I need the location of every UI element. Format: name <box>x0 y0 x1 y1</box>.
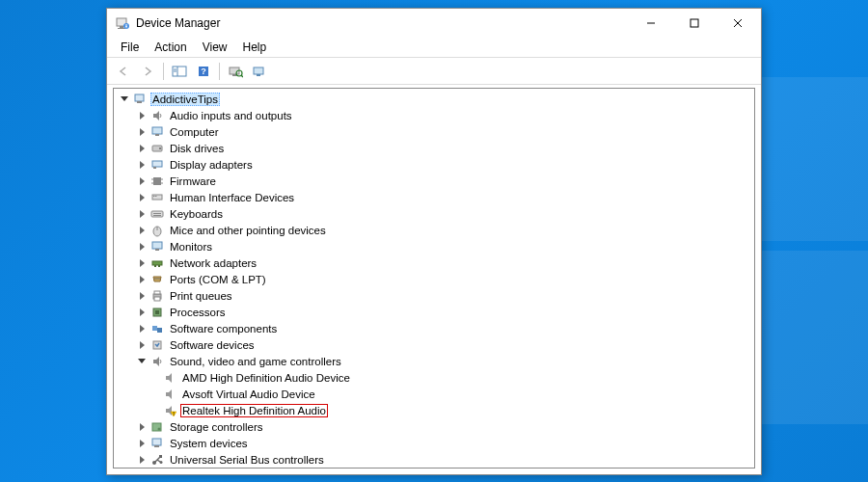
node-label: Computer <box>168 126 221 138</box>
svg-point-48 <box>154 278 156 280</box>
svg-rect-28 <box>152 161 162 167</box>
tree-node-firmware[interactable]: Firmware <box>114 173 754 189</box>
tree-node-disk[interactable]: Disk drives <box>114 140 754 156</box>
tree-node-hid[interactable]: Human Interface Devices <box>114 189 754 205</box>
svg-point-49 <box>156 278 158 280</box>
monitor-icon <box>149 124 165 140</box>
tree-node-usb[interactable]: Universal Serial Bus controllers <box>114 451 754 468</box>
expander-icon[interactable] <box>135 322 149 335</box>
node-label: Universal Serial Bus controllers <box>168 454 326 466</box>
tree-leaf-realtek-audio[interactable]: ! Realtek High Definition Audio <box>114 402 754 418</box>
svg-rect-37 <box>155 196 157 197</box>
menubar: File Action View Help <box>107 38 761 58</box>
tree-node-display[interactable]: Display adapters <box>114 156 754 173</box>
tree-node-storage[interactable]: Storage controllers <box>114 418 754 435</box>
tree-node-audio-io[interactable]: Audio inputs and outputs <box>114 107 754 123</box>
back-button[interactable] <box>113 61 134 82</box>
tree-node-software-components[interactable]: Software components <box>114 320 754 336</box>
svg-rect-53 <box>154 297 160 301</box>
expander-icon[interactable] <box>135 273 149 286</box>
tree-leaf-avsoft-audio[interactable]: Avsoft Virtual Audio Device <box>114 386 754 402</box>
node-label: Network adapters <box>168 257 258 269</box>
speaker-icon <box>162 387 177 402</box>
svg-rect-36 <box>153 196 155 197</box>
minimize-button[interactable] <box>629 10 672 37</box>
speaker-icon <box>149 108 165 123</box>
expander-icon[interactable] <box>135 355 149 368</box>
expander-icon[interactable] <box>135 109 149 122</box>
expander-icon[interactable] <box>135 224 149 237</box>
expander-icon[interactable] <box>135 207 149 221</box>
svg-rect-47 <box>158 265 160 267</box>
node-label: Human Interface Devices <box>168 192 296 203</box>
svg-rect-29 <box>153 167 156 169</box>
tree-node-monitors[interactable]: Monitors <box>114 238 754 254</box>
titlebar[interactable]: Device Manager <box>107 9 761 38</box>
svg-line-67 <box>157 460 160 462</box>
tree-node-system[interactable]: System devices <box>114 435 754 451</box>
svg-rect-52 <box>154 291 160 294</box>
svg-rect-5 <box>125 26 127 28</box>
show-devices-button[interactable] <box>249 61 270 82</box>
component-icon <box>149 321 165 336</box>
node-label: Display adapters <box>168 159 255 171</box>
expander-icon[interactable] <box>135 256 149 270</box>
svg-rect-55 <box>155 310 159 314</box>
tree-node-keyboards[interactable]: Keyboards <box>114 205 754 222</box>
show-hide-tree-button[interactable] <box>169 61 190 82</box>
svg-point-27 <box>159 147 161 149</box>
speaker-warning-icon: ! <box>162 403 177 418</box>
expander-icon[interactable] <box>135 158 149 172</box>
svg-rect-21 <box>257 74 260 76</box>
svg-rect-56 <box>152 326 157 331</box>
tree-root[interactable]: AddictiveTips <box>114 91 754 107</box>
tree-node-ports[interactable]: Ports (COM & LPT) <box>114 271 754 287</box>
toolbar-separator <box>163 63 164 80</box>
svg-rect-24 <box>152 127 162 134</box>
tree-node-sound[interactable]: Sound, video and game controllers <box>114 353 754 369</box>
node-label: Storage controllers <box>168 421 265 433</box>
svg-rect-7 <box>691 19 698 27</box>
expander-icon[interactable] <box>135 174 149 188</box>
computer-icon <box>132 92 148 107</box>
tree-node-software-devices[interactable]: Software devices <box>114 336 754 353</box>
tree-node-network[interactable]: Network adapters <box>114 254 754 271</box>
menu-action[interactable]: Action <box>147 40 194 55</box>
forward-button[interactable] <box>137 61 158 82</box>
help-button[interactable]: ? <box>193 61 214 82</box>
expander-icon[interactable] <box>135 453 149 467</box>
maximize-button[interactable] <box>672 10 716 37</box>
expander-icon[interactable] <box>135 142 149 155</box>
menu-file[interactable]: File <box>113 40 147 55</box>
expander-icon[interactable] <box>135 125 149 139</box>
tree-leaf-amd-audio[interactable]: AMD High Definition Audio Device <box>114 369 754 386</box>
expander-icon[interactable] <box>118 93 131 106</box>
menu-help[interactable]: Help <box>235 40 275 55</box>
tree-node-processors[interactable]: Processors <box>114 304 754 320</box>
node-label: Keyboards <box>168 208 225 220</box>
node-label: Software components <box>168 323 279 335</box>
speaker-icon <box>149 354 165 369</box>
expander-icon[interactable] <box>135 420 149 434</box>
svg-line-19 <box>241 75 243 77</box>
expander-icon[interactable] <box>135 191 149 204</box>
expander-icon[interactable] <box>135 306 149 319</box>
window-title: Device Manager <box>136 16 629 30</box>
tree-node-mice[interactable]: Mice and other pointing devices <box>114 222 754 238</box>
device-tree[interactable]: AddictiveTips Audio inputs and outputs C… <box>113 88 755 469</box>
tree-node-computer[interactable]: Computer <box>114 123 754 140</box>
usb-icon <box>149 452 165 468</box>
close-button[interactable] <box>716 10 759 37</box>
printer-icon <box>149 288 165 304</box>
monitor-icon <box>149 239 165 254</box>
svg-rect-39 <box>153 213 161 214</box>
scan-hardware-button[interactable] <box>225 61 246 82</box>
expander-icon[interactable] <box>135 289 149 303</box>
menu-view[interactable]: View <box>195 40 235 55</box>
expander-icon[interactable] <box>135 240 149 254</box>
toolbar: ? <box>107 58 761 85</box>
expander-icon[interactable] <box>135 437 149 450</box>
expander-icon[interactable] <box>135 338 149 352</box>
node-label: Sound, video and game controllers <box>168 356 343 367</box>
tree-node-print[interactable]: Print queues <box>114 287 754 304</box>
